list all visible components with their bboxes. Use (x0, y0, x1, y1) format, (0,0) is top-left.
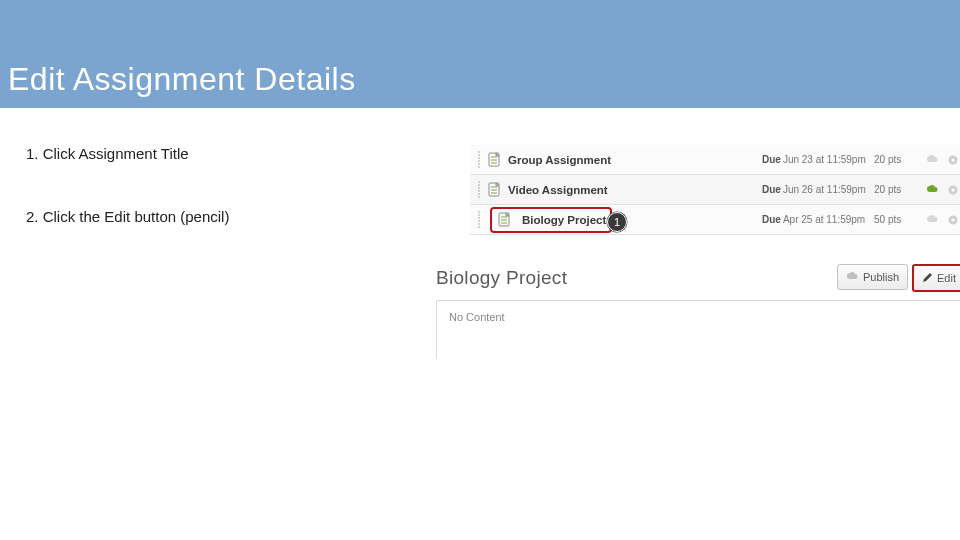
points: 20 pts (874, 154, 922, 165)
detail-title: Biology Project (436, 267, 567, 289)
publish-icon[interactable] (922, 214, 944, 226)
drag-handle-icon[interactable] (472, 181, 486, 198)
gear-icon[interactable] (944, 214, 960, 226)
assignment-title[interactable]: Biology Project (522, 214, 606, 226)
drag-handle-icon[interactable] (472, 211, 486, 228)
publish-label: Publish (863, 271, 899, 283)
due-date: DueJun 23 at 11:59pm (762, 154, 874, 165)
pencil-icon (922, 272, 933, 285)
step-1: 1. Click Assignment Title (26, 145, 406, 162)
page-icon (496, 212, 514, 228)
gear-icon[interactable] (944, 154, 960, 166)
page-icon (486, 152, 504, 168)
page-icon (486, 182, 504, 198)
detail-body: No Content (436, 300, 960, 359)
svg-point-22 (951, 218, 954, 221)
due-date: DueJun 26 at 11:59pm (762, 184, 874, 195)
gear-icon[interactable] (944, 184, 960, 196)
assignment-title-highlight[interactable]: Biology Project 1 (490, 207, 612, 233)
drag-handle-icon[interactable] (472, 151, 486, 168)
publish-button[interactable]: Publish (837, 264, 908, 290)
cloud-icon (846, 271, 859, 284)
assignment-list: Group Assignment DueJun 23 at 11:59pm 20… (470, 145, 960, 235)
assignment-title[interactable]: Video Assignment (508, 184, 608, 196)
assignment-row[interactable]: Video Assignment DueJun 26 at 11:59pm 20… (470, 175, 960, 205)
due-date: DueApr 25 at 11:59pm (762, 214, 874, 225)
publish-icon[interactable] (922, 154, 944, 166)
page-title: Edit Assignment Details (8, 61, 356, 98)
callout-badge: 1 (607, 212, 627, 232)
assignment-row[interactable]: Group Assignment DueJun 23 at 11:59pm 20… (470, 145, 960, 175)
edit-button[interactable]: Edit (912, 264, 960, 292)
step-2: 2. Click the Edit button (pencil) (26, 208, 406, 225)
points: 50 pts (874, 214, 922, 225)
svg-point-14 (951, 188, 954, 191)
instruction-list: 1. Click Assignment Title 2. Click the E… (26, 145, 406, 225)
edit-label: Edit (937, 272, 956, 284)
svg-point-6 (951, 158, 954, 161)
assignment-row[interactable]: Biology Project 1 DueApr 25 at 11:59pm 5… (470, 205, 960, 235)
assignment-title[interactable]: Group Assignment (508, 154, 611, 166)
publish-icon[interactable] (922, 184, 944, 196)
points: 20 pts (874, 184, 922, 195)
assignment-detail: Biology Project Publish Edit No Content (436, 260, 960, 359)
